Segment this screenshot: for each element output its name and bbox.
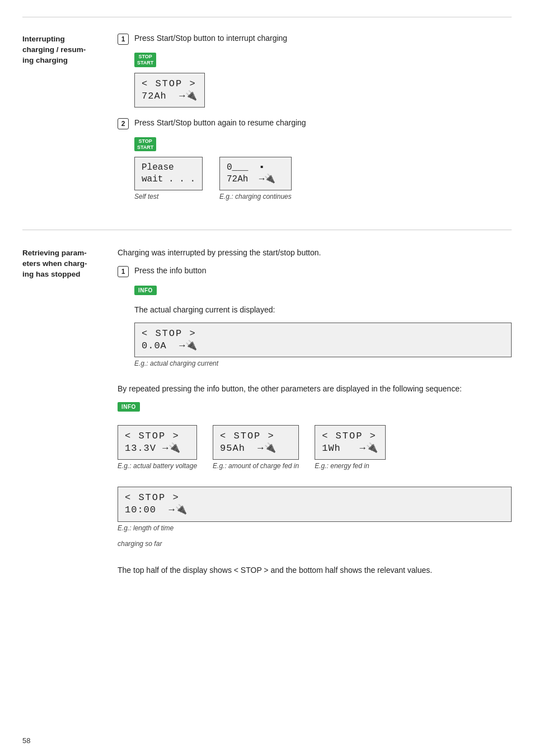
please-wait-lcd: Please wait . . . [134, 157, 203, 190]
please-wait-line1: Please [142, 162, 195, 174]
time-lcd: < STOP > 10:00 →🔌 [118, 487, 512, 521]
two-displays: Please wait . . . Self test 0___ ▪ 72Ah … [134, 157, 512, 208]
time-caption-line1: E.g.: length of time [118, 524, 512, 532]
charging-line1: 0___ ▪ [227, 162, 284, 174]
charging-continues-display-item: 0___ ▪ 72Ah →🔌 E.g.: charging continues [219, 157, 292, 208]
repeated-info-text: By repeated pressing the info button, th… [118, 383, 512, 395]
charge-caption: E.g.: amount of charge fed in [213, 462, 299, 470]
voltage-lcd-top: < STOP > [125, 430, 190, 442]
current-lcd-top: < STOP > [142, 328, 504, 340]
actual-current-lcd: < STOP > 0.0A →🔌 [134, 323, 512, 357]
charge-lcd-bottom: 95Ah →🔌 [220, 442, 292, 455]
step2-1-row: 1 Press the info button [118, 265, 512, 277]
section2-label: Retrieving param- eters when charg- ing … [22, 247, 118, 583]
voltage-lcd: < STOP > 13.3V →🔌 [118, 425, 197, 460]
current-lcd-bottom: 0.0A →🔌 [142, 340, 504, 352]
charge-lcd-top: < STOP > [220, 430, 292, 442]
charging-continues-caption: E.g.: charging continues [219, 193, 292, 200]
section1-content: 1 Press Start/Stop button to interrupt c… [118, 33, 512, 214]
stop-start-button-1[interactable]: STOPSTART [134, 53, 156, 67]
step2-row: 2 Press Start/Stop button again to resum… [118, 118, 512, 129]
time-caption-line2: charging so far [118, 540, 512, 548]
lcd-bottom-stop1: 72Ah →🔌 [142, 90, 198, 102]
info-button-2[interactable]: INFO [118, 402, 140, 412]
step2-number: 2 [118, 118, 129, 129]
please-wait-display-item: Please wait . . . Self test [134, 157, 203, 208]
charging-continues-lcd: 0___ ▪ 72Ah →🔌 [219, 157, 292, 190]
time-lcd-bottom: 10:00 →🔌 [125, 504, 504, 516]
info-button-1[interactable]: INFO [134, 286, 157, 295]
energy-lcd-bottom: 1Wh →🔌 [322, 442, 378, 455]
step1-row: 1 Press Start/Stop button to interrupt c… [118, 33, 512, 45]
stop-start-button-2[interactable]: STOPSTART [134, 137, 156, 152]
charge-display-item: < STOP > 95Ah →🔌 E.g.: amount of charge … [213, 425, 299, 478]
section1-label: Interrupting charging / resum- ing charg… [22, 33, 118, 214]
time-display-item: < STOP > 10:00 →🔌 E.g.: length of time c… [118, 487, 512, 555]
please-wait-line2: wait . . . [142, 174, 195, 185]
page-number: 58 [22, 736, 30, 745]
step1-number: 1 [118, 34, 129, 45]
step2-1-number: 1 [118, 266, 129, 277]
lcd-top-stop1: < STOP > [142, 78, 198, 90]
charging-line2: 72Ah →🔌 [227, 174, 284, 185]
charge-lcd: < STOP > 95Ah →🔌 [213, 425, 299, 460]
time-lcd-top: < STOP > [125, 492, 504, 504]
after-text: The actual charging current is displayed… [134, 304, 512, 316]
energy-lcd: < STOP > 1Wh →🔌 [315, 425, 385, 460]
current-caption: E.g.: actual charging current [134, 360, 512, 367]
actual-current-display-item: < STOP > 0.0A →🔌 E.g.: actual charging c… [134, 323, 512, 375]
step2-1-text: Press the info button [134, 265, 206, 275]
energy-display-item: < STOP > 1Wh →🔌 E.g.: energy fed in [315, 425, 385, 478]
energy-caption: E.g.: energy fed in [315, 462, 385, 470]
voltage-lcd-bottom: 13.3V →🔌 [125, 442, 190, 455]
step1-text: Press Start/Stop button to interrupt cha… [134, 33, 287, 43]
section-interrupting: Interrupting charging / resum- ing charg… [22, 33, 512, 230]
voltage-caption: E.g.: actual battery voltage [118, 462, 197, 470]
intro-text: Charging was interrupted by pressing the… [118, 247, 512, 259]
voltage-display-item: < STOP > 13.3V →🔌 E.g.: actual battery v… [118, 425, 197, 478]
display-grid: < STOP > 13.3V →🔌 E.g.: actual battery v… [118, 425, 512, 478]
lcd-display-stop1: < STOP > 72Ah →🔌 [134, 73, 205, 108]
energy-lcd-top: < STOP > [322, 430, 378, 442]
please-wait-caption: Self test [134, 193, 203, 200]
footer-text: The top half of the display shows < STOP… [118, 564, 512, 576]
step2-text: Press Start/Stop button again to resume … [134, 118, 306, 127]
section-retrieving: Retrieving param- eters when charg- ing … [22, 247, 512, 599]
top-divider [22, 17, 512, 17]
section2-content: Charging was interrupted by pressing the… [118, 247, 512, 583]
